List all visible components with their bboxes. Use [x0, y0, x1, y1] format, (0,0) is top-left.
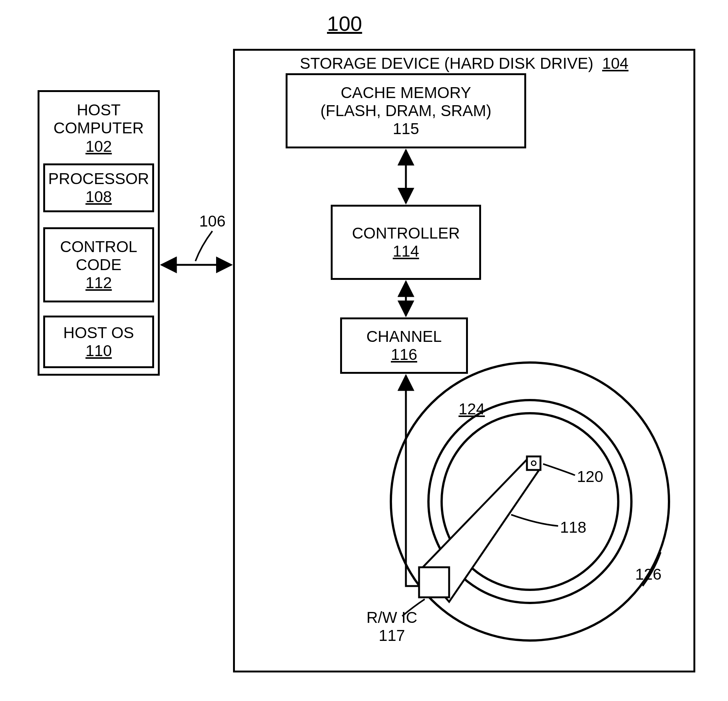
figure-number: 100 — [327, 11, 362, 36]
host-os-label: HOST OS — [63, 324, 134, 342]
channel-ref: 116 — [391, 346, 417, 364]
host-title-line1: HOST — [77, 101, 121, 119]
control-code-line1: CONTROL — [60, 238, 137, 256]
cache-line1: CACHE MEMORY — [341, 84, 471, 102]
processor-label: PROCESSOR — [48, 170, 149, 188]
host-ref: 102 — [85, 137, 112, 156]
controller-label: CONTROLLER — [352, 224, 460, 242]
control-code-ref: 112 — [85, 274, 112, 292]
storage-ref: 104 — [602, 54, 628, 72]
bus-ref-label: 106 — [199, 212, 226, 230]
channel-box: CHANNEL 116 — [340, 317, 468, 374]
processor-ref: 108 — [85, 188, 112, 206]
control-code-box: CONTROL CODE 112 — [43, 227, 154, 302]
controller-box: CONTROLLER 114 — [331, 205, 481, 280]
channel-label: CHANNEL — [366, 328, 442, 346]
bus-ref-leader — [195, 231, 212, 261]
cache-ref: 115 — [393, 120, 419, 138]
arm-ref-label: 118 — [560, 518, 586, 536]
host-title-line2: COMPUTER — [53, 119, 144, 137]
storage-title-text: STORAGE DEVICE (HARD DISK DRIVE) — [300, 54, 593, 72]
diagram-canvas: 100 HOST COMPUTER 102 PROCESSOR 108 CONT… — [0, 0, 728, 701]
processor-box: PROCESSOR 108 — [43, 163, 154, 212]
cache-line2: (FLASH, DRAM, SRAM) — [320, 102, 491, 120]
control-code-line2: CODE — [76, 256, 121, 274]
head-ref-label: 120 — [577, 468, 603, 486]
host-os-ref: 110 — [85, 342, 112, 360]
platter-outer-ref-label: 126 — [635, 565, 661, 583]
cache-memory-box: CACHE MEMORY (FLASH, DRAM, SRAM) 115 — [286, 73, 526, 148]
host-os-box: HOST OS 110 — [43, 316, 154, 368]
platter-inner-ref-label: 124 — [459, 400, 485, 418]
rw-ic-label: R/W IC 117 — [366, 609, 417, 645]
controller-ref: 114 — [393, 242, 419, 260]
